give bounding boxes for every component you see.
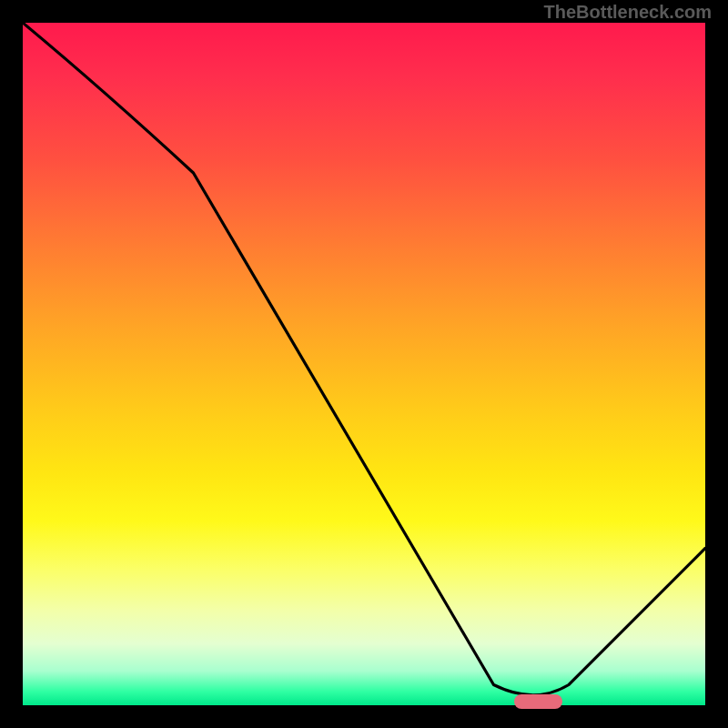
chart-plot-area (23, 23, 705, 705)
optimal-marker (514, 694, 562, 709)
bottleneck-curve (23, 23, 705, 705)
watermark-text: TheBottleneck.com (544, 2, 712, 23)
